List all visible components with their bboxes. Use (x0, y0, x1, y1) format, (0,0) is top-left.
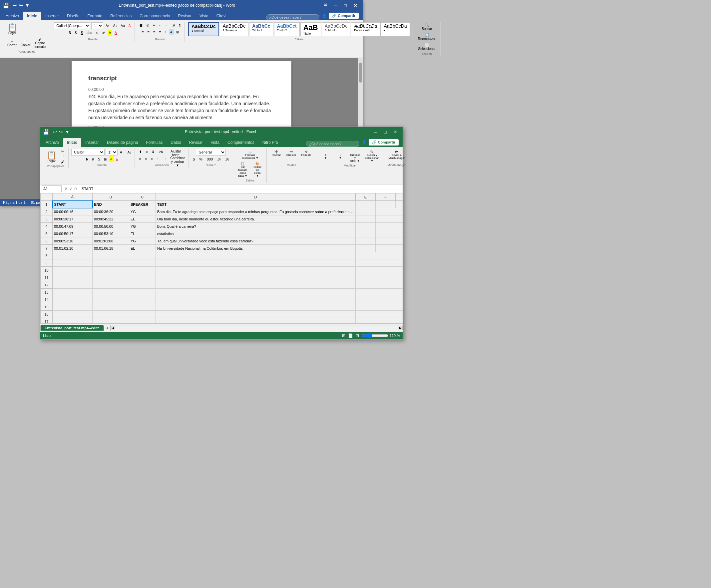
word-align-left-button[interactable]: ≡ (140, 29, 145, 35)
excel-table-format-button[interactable]: 📋 Dar formatocomo tabla ▼ (236, 161, 250, 179)
excel-cut-button[interactable]: ✂ (59, 149, 66, 154)
excel-customize-qat-button[interactable]: ▼ (64, 129, 70, 134)
word-tab-formato[interactable]: Formato (83, 12, 106, 20)
cell-f1[interactable] (376, 201, 396, 208)
cell-e5[interactable] (356, 230, 376, 237)
word-line-spacing-button[interactable]: ↕ (164, 29, 168, 35)
word-tab-revisar[interactable]: Revisar (174, 12, 196, 20)
excel-tab-datos[interactable]: Datos (167, 138, 185, 147)
excel-font-grow-button[interactable]: A↑ (118, 149, 125, 155)
word-style-extra[interactable]: AaBbCcDa ▸ (381, 22, 410, 36)
excel-tab-insertar[interactable]: Insertar (81, 138, 103, 147)
customize-qat-button[interactable]: ▼ (24, 3, 30, 8)
cell-d7[interactable]: Na Universidade Nacional, na Colômbia, e… (156, 245, 356, 252)
excel-font-size-select[interactable]: 11 (106, 149, 117, 155)
cell-b1[interactable]: END (92, 201, 129, 208)
cell-a1[interactable]: START (52, 201, 92, 208)
excel-increase-decimal-button[interactable]: .0↑ (215, 156, 222, 162)
cell-c2[interactable]: YG (129, 208, 156, 215)
cell-b2[interactable]: 00:00:36:20 (92, 208, 129, 215)
cell-c6[interactable]: YG (129, 237, 156, 245)
word-paste-button[interactable]: 📋 Pegar (6, 22, 19, 36)
word-strikethrough-button[interactable]: abc (85, 30, 93, 36)
cell-e3[interactable] (356, 215, 376, 223)
excel-horizontal-scrollbar[interactable]: ◀ ▶ (111, 326, 403, 330)
cell-b4[interactable]: 00:00:50:00 (92, 223, 129, 230)
word-font-family-select[interactable]: Calibri (Cuerp... (53, 22, 90, 29)
excel-format-painter-button[interactable]: 🖌 (59, 159, 66, 165)
cell-e1[interactable] (356, 201, 376, 208)
excel-tab-formulas[interactable]: Fórmulas (142, 138, 167, 147)
word-replace-button[interactable]: 🔄 Reemplazar (416, 32, 437, 42)
word-format-painter-button[interactable]: 🖌 Copiar formato (33, 37, 47, 49)
excel-tab-vista[interactable]: Vista (207, 138, 223, 147)
word-numbering-button[interactable]: ① (145, 22, 151, 28)
word-tab-vista[interactable]: Vista (195, 12, 212, 20)
word-close-button[interactable]: ✕ (351, 2, 360, 9)
excel-page-break-button[interactable]: ⊡ (356, 333, 359, 338)
word-font-grow-button[interactable]: A↑ (104, 23, 111, 29)
excel-tab-nitro[interactable]: Nitro Pro (258, 138, 282, 147)
excel-normal-view-button[interactable]: ⊞ (342, 333, 345, 338)
word-shading-button[interactable]: A (169, 29, 174, 35)
excel-underline-button[interactable]: S (96, 156, 102, 162)
excel-restore-button[interactable]: □ (381, 128, 390, 135)
cell-e6[interactable] (356, 237, 376, 245)
excel-font-shrink-button[interactable]: A↓ (126, 149, 133, 155)
excel-merge-center-button[interactable]: Combinar y centrar ▼ (169, 155, 186, 161)
excel-currency-button[interactable]: $ (191, 156, 196, 162)
word-tab-insertar[interactable]: Insertar (41, 12, 63, 20)
word-tab-diseno[interactable]: Diseño (63, 12, 83, 20)
cell-a6[interactable]: 00:00:53:10 (52, 237, 92, 245)
excel-page-layout-button[interactable]: 📄 (348, 333, 353, 338)
col-header-f[interactable]: F (376, 193, 396, 201)
word-decrease-indent-button[interactable]: ← (157, 22, 163, 28)
word-font-shrink-button[interactable]: A↓ (112, 23, 118, 29)
word-italic-button[interactable]: K (73, 30, 79, 36)
excel-italic-button[interactable]: K (91, 156, 96, 162)
cell-c4[interactable]: YG (129, 223, 156, 230)
excel-align-right-button[interactable]: ≡ (149, 156, 154, 161)
word-style-normal[interactable]: AaBbCcDc 1 Normal (188, 22, 219, 36)
excel-fill-button[interactable]: ↓ ▼ (333, 152, 347, 161)
excel-cell-ref-box[interactable] (42, 186, 62, 192)
excel-comma-button[interactable]: 000 (205, 156, 214, 162)
excel-minimize-button[interactable]: ─ (371, 128, 380, 135)
excel-align-bottom-button[interactable]: ⬇ (150, 149, 156, 155)
word-tab-inicio[interactable]: Inicio (23, 12, 41, 20)
excel-tab-complementos[interactable]: Complementos (223, 138, 258, 147)
excel-scroll-left-button[interactable]: ◀ (111, 326, 115, 330)
excel-text-angle-button[interactable]: ↗A (157, 149, 165, 155)
word-select-button[interactable]: ⬜ Seleccionar (416, 42, 437, 51)
excel-wrap-text-button[interactable]: Ajustar texto (165, 149, 186, 155)
word-subscript-button[interactable]: x₂ (94, 30, 100, 36)
word-style-title[interactable]: AaB Título (300, 22, 321, 36)
word-text-highlight-button[interactable]: A (108, 30, 112, 36)
excel-share-button[interactable]: 🔗 Compartir (369, 139, 398, 146)
word-increase-indent-button[interactable]: → (164, 22, 169, 28)
word-tab-citavi[interactable]: Citavi (213, 12, 231, 20)
undo-button[interactable]: ↩ (12, 3, 18, 8)
word-borders-button[interactable]: ⊞ (175, 29, 180, 35)
excel-decrease-decimal-button[interactable]: .0↓ (224, 156, 231, 162)
cell-b5[interactable]: 00:00:53:10 (92, 230, 129, 237)
col-header-e[interactable]: E (356, 193, 376, 201)
word-font-color-button[interactable]: A (113, 30, 118, 36)
word-find-button[interactable]: 🔍 Buscar (420, 22, 434, 31)
word-font-size-select[interactable]: 11 (91, 22, 103, 29)
excel-delete-button[interactable]: ➖ Eliminar (284, 149, 298, 158)
cell-d6[interactable]: Tá, em qual universidade você está fazen… (156, 237, 356, 245)
excel-align-left-button[interactable]: ≡ (137, 156, 142, 161)
col-header-a[interactable]: A (52, 193, 92, 201)
word-style-emphasis[interactable]: AaBbCcDa Énfasis sutil (351, 22, 380, 36)
word-restore-button[interactable]: □ (341, 2, 350, 9)
excel-align-top-button[interactable]: ⬆ (137, 149, 143, 155)
cell-d1[interactable]: TEXT (156, 201, 356, 208)
excel-fill-color-btn[interactable]: A (109, 156, 113, 162)
excel-sum-button[interactable]: Σ ▼ (319, 152, 333, 161)
excel-increase-indent-button[interactable]: → (162, 155, 168, 161)
cell-c1[interactable]: SPEAKER (129, 201, 156, 208)
redo-button[interactable]: ↪ (18, 3, 24, 8)
excel-add-sheet-button[interactable]: + (104, 325, 111, 331)
word-style-no-spacing[interactable]: AaBbCcDc 1 Sin espa... (220, 22, 249, 36)
